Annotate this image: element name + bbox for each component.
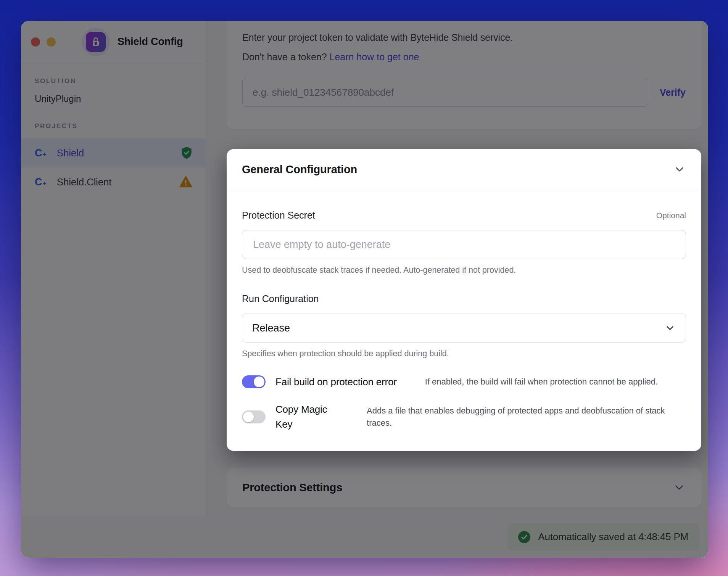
shield-check-icon: [181, 146, 192, 159]
chevron-down-icon[interactable]: [673, 481, 686, 494]
run-configuration-help: Specifies when protection should be appl…: [242, 349, 686, 359]
app-window: Shield Config SOLUTION UnityPlugin PROJE…: [21, 21, 708, 558]
sidebar-item-project-shield-client[interactable]: C+ Shield.Client: [21, 167, 206, 196]
run-configuration-label: Run Configuration: [242, 293, 319, 304]
protection-settings-card: Protection Settings: [227, 468, 701, 507]
sidebar: Shield Config SOLUTION UnityPlugin PROJE…: [21, 21, 206, 516]
fail-build-description: If enabled, the build will fail when pro…: [425, 376, 658, 388]
token-help-line: Don't have a token? Learn how to get one: [242, 51, 686, 63]
section-title: General Configuration: [242, 163, 357, 176]
csharp-icon: C+: [35, 148, 46, 158]
general-configuration-header[interactable]: General Configuration: [227, 149, 701, 190]
status-bar: Automatically saved at 4:48:45 PM: [21, 516, 708, 558]
selected-option: Release: [252, 322, 290, 334]
project-token-input[interactable]: [242, 78, 648, 107]
protection-secret-input[interactable]: [242, 230, 686, 259]
run-configuration-select[interactable]: Release: [242, 314, 686, 343]
fail-build-label: Fail build on protection error: [275, 376, 397, 388]
copy-magic-key-description: Adds a file that enables debugging of pr…: [367, 405, 686, 429]
chevron-down-icon[interactable]: [673, 163, 686, 176]
protection-secret-label: Protection Secret: [242, 210, 315, 221]
fail-build-toggle[interactable]: [242, 375, 266, 388]
autosave-badge: Automatically saved at 4:48:45 PM: [507, 523, 700, 551]
titlebar: Shield Config: [21, 21, 206, 63]
chevron-down-icon: [664, 322, 676, 334]
sidebar-item-solution[interactable]: UnityPlugin: [21, 93, 206, 104]
window-title: Shield Config: [118, 36, 183, 48]
main-content: Enter your project token to validate wit…: [207, 21, 708, 516]
token-card: Enter your project token to validate wit…: [227, 21, 701, 129]
csharp-icon: C+: [35, 177, 46, 187]
minimize-button[interactable]: [47, 37, 56, 47]
protection-secret-help: Used to deobfuscate stack traces if need…: [242, 265, 686, 275]
learn-how-link[interactable]: Learn how to get one: [330, 51, 419, 62]
solution-section-header: SOLUTION: [21, 77, 206, 85]
protection-settings-header[interactable]: Protection Settings: [227, 468, 701, 507]
no-token-text: Don't have a token?: [242, 51, 330, 62]
autosave-message: Automatically saved at 4:48:45 PM: [538, 531, 688, 543]
optional-badge: Optional: [656, 211, 686, 220]
verify-button[interactable]: Verify: [660, 87, 686, 98]
copy-magic-key-label: Copy Magic Key: [275, 402, 332, 432]
lock-shield-icon: [86, 32, 106, 52]
project-name: Shield: [57, 147, 84, 159]
close-button[interactable]: [31, 37, 40, 47]
warning-triangle-icon: [179, 176, 192, 188]
projects-section-header: PROJECTS: [21, 122, 206, 130]
project-name: Shield.Client: [57, 176, 111, 188]
check-circle-icon: [518, 531, 530, 543]
app-icon-halo: [82, 28, 110, 56]
general-configuration-card: General Configuration Protection Secret …: [227, 149, 701, 451]
section-title: Protection Settings: [242, 481, 342, 494]
sidebar-item-project-shield[interactable]: C+ Shield: [21, 138, 206, 167]
token-instruction: Enter your project token to validate wit…: [242, 32, 686, 43]
copy-magic-key-toggle[interactable]: [242, 410, 266, 423]
